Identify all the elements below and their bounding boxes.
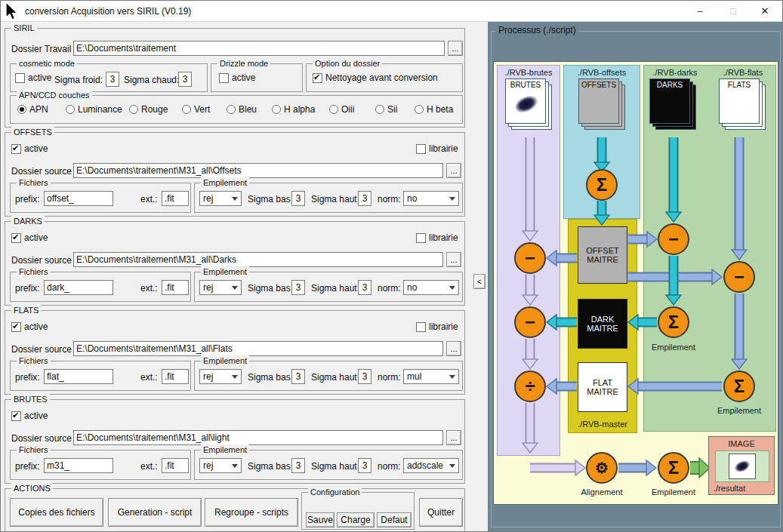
offsets-sigma-haut-input[interactable] (358, 191, 371, 206)
brutes-sigma-bas-input[interactable] (291, 458, 305, 473)
empilement-title: Empilement (201, 444, 249, 455)
sigma-chaud-label: Sigma chaud: (124, 75, 179, 85)
drizzle-mode-title: Drizzle mode (217, 58, 270, 69)
rvb-darks-label: ./RVB-darks (643, 68, 707, 77)
brutes-ext-input[interactable] (162, 458, 189, 473)
brutes-browse-button[interactable]: ... (446, 430, 461, 445)
darks-browse-button[interactable]: ... (446, 252, 461, 267)
darks-prefix-input[interactable] (44, 280, 113, 295)
dossier-travail-input[interactable] (73, 41, 445, 56)
offsets-norm-select[interactable]: no (403, 191, 459, 206)
minus-offset-darks-icon: − (658, 223, 689, 255)
checkbox-icon (11, 322, 21, 332)
defaut-button[interactable]: Defaut (377, 512, 412, 527)
flats-norm-select[interactable]: mul (403, 369, 459, 384)
minimize-button[interactable]: – (687, 1, 713, 22)
fichiers-title: Fichiers (17, 355, 51, 366)
couches-title: APN/CCD couches (17, 90, 92, 100)
galaxy-image (730, 456, 755, 477)
darks-ext-input[interactable] (162, 280, 189, 295)
chevron-down-icon (232, 286, 238, 290)
darks-source-input[interactable] (73, 252, 443, 267)
nettoyage-checkbox[interactable]: Nettoyage avant conversion (313, 72, 438, 83)
rvb-flats-label: ./RVB-flats (711, 68, 775, 77)
checkbox-icon (11, 411, 21, 421)
flats-sigma-bas-input[interactable] (291, 369, 305, 384)
maximize-button[interactable]: □ (720, 1, 746, 22)
fichiers-title: Fichiers (17, 266, 51, 277)
flats-browse-button[interactable]: ... (446, 341, 461, 356)
norm-label: norm: (378, 283, 401, 294)
radio-luminance[interactable]: Luminance (66, 104, 122, 115)
radio-vert[interactable]: Vert (182, 104, 210, 115)
radio-rouge[interactable]: Rouge (129, 104, 168, 115)
offsets-prefix-input[interactable] (44, 191, 113, 206)
darks-sigma-bas-input[interactable] (291, 280, 305, 295)
radio-h-beta[interactable]: H beta (415, 104, 453, 115)
generation-script-button[interactable]: Generation - script (108, 498, 202, 527)
drizzle-active-checkbox[interactable]: active (219, 72, 255, 83)
alignement-label: Alignement (572, 487, 632, 497)
offsets-source-label: Dossier source : (11, 166, 77, 177)
quitter-button[interactable]: Quitter (419, 498, 463, 527)
processus-panel: Processus (./script) ./RVB-brutes ./RVB-… (488, 22, 783, 532)
brutes-prefix-input[interactable] (44, 458, 113, 473)
charge-button[interactable]: Charge (337, 512, 375, 527)
sigma-chaud-input[interactable] (178, 72, 192, 87)
offsets-sigma-bas-input[interactable] (291, 191, 305, 206)
flats-librairie-checkbox[interactable]: librairie (416, 321, 458, 332)
brutes-norm-select[interactable]: addscale (403, 458, 459, 473)
drizzle-mode-group: Drizzle mode active (211, 63, 303, 92)
darks-librairie-checkbox[interactable]: librairie (416, 232, 458, 243)
flats-prefix-input[interactable] (44, 369, 113, 384)
offsets-active-checkbox[interactable]: active (11, 143, 48, 154)
configuration-group: Configuration Sauve Charge Defaut (301, 492, 415, 530)
offsets-librairie-checkbox[interactable]: librairie (416, 143, 458, 154)
brutes-active-checkbox[interactable]: active (11, 411, 48, 421)
sigma-haut-label: Sigma haut (311, 372, 357, 383)
cosmetic-active-checkbox[interactable]: active (15, 72, 51, 83)
dossier-travail-browse-button[interactable]: ... (448, 41, 463, 56)
collapse-panel-button[interactable]: < (473, 274, 486, 289)
flats-sigma-haut-input[interactable] (358, 369, 371, 384)
flats-source-input[interactable] (73, 341, 443, 356)
close-button[interactable]: ✕ (752, 1, 778, 22)
copies-fichiers-button[interactable]: Copies des fichiers (10, 498, 103, 527)
cosmetic-mode-group: cosmetic mode active Sigma froid: Sigma … (10, 63, 208, 92)
brutes-source-input[interactable] (73, 430, 443, 445)
radio-icon (182, 105, 191, 114)
offsets-rej-select[interactable]: rej (199, 191, 242, 206)
brutes-rej-select[interactable]: rej (199, 458, 242, 473)
radio-h-alpha[interactable]: H alpha (272, 104, 315, 115)
titlebar: conversion Acquisition vers SIRIL (V0.19… (1, 1, 782, 22)
radio-apn[interactable]: APN (17, 104, 48, 115)
prefix-label: prefix: (15, 194, 40, 204)
processus-title: Processus (./script) (495, 25, 579, 35)
radio-bleu[interactable]: Bleu (227, 104, 257, 115)
offsets-ext-input[interactable] (162, 191, 189, 206)
flats-active-checkbox[interactable]: active (11, 321, 48, 332)
darks-rej-select[interactable]: rej (199, 280, 242, 295)
settings-panel: SIRIL Dossier Travail : ... cosmetic mod… (1, 22, 470, 532)
rvb-offsets-label: ./RVB-offsets (563, 68, 640, 77)
radio-icon (415, 105, 424, 114)
offsets-browse-button[interactable]: ... (446, 163, 461, 178)
flats-rej-select[interactable]: rej (199, 369, 242, 384)
darks-norm-select[interactable]: no (403, 280, 459, 295)
chevron-down-icon (232, 464, 238, 468)
brutes-source-label: Dossier source : (11, 433, 77, 444)
sigma-bas-label: Sigma bas (248, 194, 291, 204)
image-label: IMAGE (709, 439, 774, 448)
regroupe-scripts-button[interactable]: Regroupe - scripts (205, 498, 298, 527)
radio-oiii[interactable]: Oiii (329, 104, 354, 115)
darks-active-checkbox[interactable]: active (11, 232, 48, 243)
brutes-stack: BRUTES (505, 78, 555, 133)
sauve-button[interactable]: Sauve (306, 512, 334, 527)
radio-sii[interactable]: Sii (375, 104, 397, 115)
sigma-bas-label: Sigma bas (248, 372, 291, 383)
sigma-froid-input[interactable] (106, 72, 119, 87)
flats-ext-input[interactable] (162, 369, 189, 384)
darks-sigma-haut-input[interactable] (358, 280, 371, 295)
brutes-sigma-haut-input[interactable] (358, 458, 371, 473)
offsets-source-input[interactable] (73, 163, 443, 178)
